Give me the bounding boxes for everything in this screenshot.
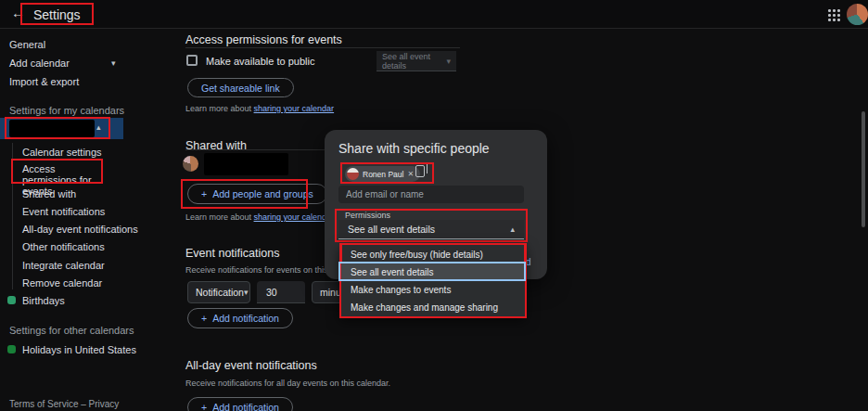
person-chip[interactable]: Ronen Paul ✕ bbox=[345, 166, 420, 182]
sidebar-item-event-notifications[interactable]: Event notifications bbox=[22, 206, 105, 217]
apps-grid-icon[interactable] bbox=[828, 9, 840, 21]
access-permissions-heading: Access permissions for events bbox=[185, 33, 342, 46]
sidebar-heading-my-calendars: Settings for my calendars bbox=[9, 105, 124, 116]
sharing-calendar-link[interactable]: sharing your calendar bbox=[254, 104, 335, 113]
add-notification-button[interactable]: + Add notification bbox=[187, 308, 293, 328]
sidebar-item-holidays[interactable]: Holidays in United States bbox=[22, 344, 136, 355]
get-shareable-link-button[interactable]: Get shareable link bbox=[187, 78, 294, 97]
redacted-calendar-name bbox=[9, 120, 95, 137]
option-free-busy[interactable]: See only free/busy (hide details) bbox=[339, 246, 526, 263]
top-bar: ← Settings bbox=[0, 0, 868, 29]
sidebar-indent-guide bbox=[12, 143, 13, 289]
sidebar-item-remove-calendar[interactable]: Remove calendar bbox=[22, 277, 102, 289]
redacted-shared-user bbox=[204, 153, 288, 175]
copy-icon[interactable] bbox=[415, 165, 425, 177]
plus-icon: + bbox=[201, 402, 207, 411]
chip-avatar bbox=[347, 168, 359, 180]
settings-screen: ← Settings General Add calendar ▾ Import… bbox=[0, 0, 868, 411]
notification-minutes-input[interactable] bbox=[257, 281, 305, 303]
add-email-input[interactable] bbox=[338, 186, 524, 203]
option-make-changes[interactable]: Make changes to events bbox=[339, 281, 526, 299]
plus-icon: + bbox=[201, 313, 207, 324]
allday-notifications-heading: All-day event notifications bbox=[185, 359, 317, 372]
notification-type-select[interactable]: Notification ▾ bbox=[187, 281, 250, 303]
add-allday-notification-button[interactable]: + Add notification bbox=[187, 397, 293, 411]
sidebar-heading-other-calendars: Settings for other calendars bbox=[9, 325, 134, 336]
birthdays-color-dot bbox=[7, 296, 16, 304]
holidays-color-dot bbox=[7, 345, 16, 353]
event-notifications-heading: Event notifications bbox=[185, 247, 279, 260]
shared-user-avatar bbox=[183, 156, 198, 172]
chevron-down-icon: ▾ bbox=[111, 58, 116, 68]
learn-more-calendar: Learn more about sharing your calendar bbox=[185, 104, 334, 113]
sidebar-item-add-calendar[interactable]: Add calendar bbox=[9, 58, 70, 69]
footer-links[interactable]: Terms of Service – Privacy bbox=[9, 399, 119, 409]
sidebar-item-birthdays[interactable]: Birthdays bbox=[22, 295, 65, 306]
permissions-select[interactable]: See all event details ▴ bbox=[338, 220, 524, 239]
sidebar-item-other-notifications[interactable]: Other notifications bbox=[22, 241, 105, 252]
make-public-label: Make available to public bbox=[206, 56, 314, 67]
add-people-button[interactable]: + Add people and groups bbox=[187, 184, 327, 204]
option-manage-sharing[interactable]: Make changes and manage sharing bbox=[339, 299, 526, 316]
sidebar-item-allday-notifications[interactable]: All-day event notifications bbox=[22, 224, 138, 235]
chevron-up-icon[interactable]: ▴ bbox=[96, 122, 101, 132]
scrollbar-thumb[interactable] bbox=[862, 111, 865, 227]
sidebar-item-integrate-calendar[interactable]: Integrate calendar bbox=[22, 260, 105, 271]
option-see-all-details[interactable]: See all event details bbox=[339, 263, 526, 281]
public-permission-select: See all event details ▾ bbox=[377, 51, 456, 71]
chevron-up-icon: ▴ bbox=[510, 225, 515, 234]
sidebar-item-calendar-settings[interactable]: Calendar settings bbox=[22, 147, 102, 158]
permissions-label: Permissions bbox=[345, 211, 390, 220]
make-public-checkbox[interactable] bbox=[186, 55, 198, 66]
plus-icon: + bbox=[201, 188, 207, 199]
sidebar-item-general[interactable]: General bbox=[9, 39, 45, 50]
allday-notifications-desc: Receive notifications for all day events… bbox=[185, 379, 390, 388]
chevron-down-icon: ▾ bbox=[446, 57, 451, 66]
chip-remove-icon[interactable]: ✕ bbox=[407, 170, 414, 178]
account-avatar[interactable] bbox=[847, 4, 868, 25]
divider bbox=[185, 47, 460, 48]
dialog-title: Share with specific people bbox=[338, 141, 490, 156]
sidebar-item-import-export[interactable]: Import & export bbox=[9, 76, 79, 87]
sidebar-item-shared-with[interactable]: Shared with bbox=[22, 188, 76, 199]
page-title: Settings bbox=[20, 3, 94, 25]
permissions-dropdown-menu: See only free/busy (hide details) See al… bbox=[339, 244, 526, 317]
chevron-down-icon: ▾ bbox=[244, 288, 249, 297]
